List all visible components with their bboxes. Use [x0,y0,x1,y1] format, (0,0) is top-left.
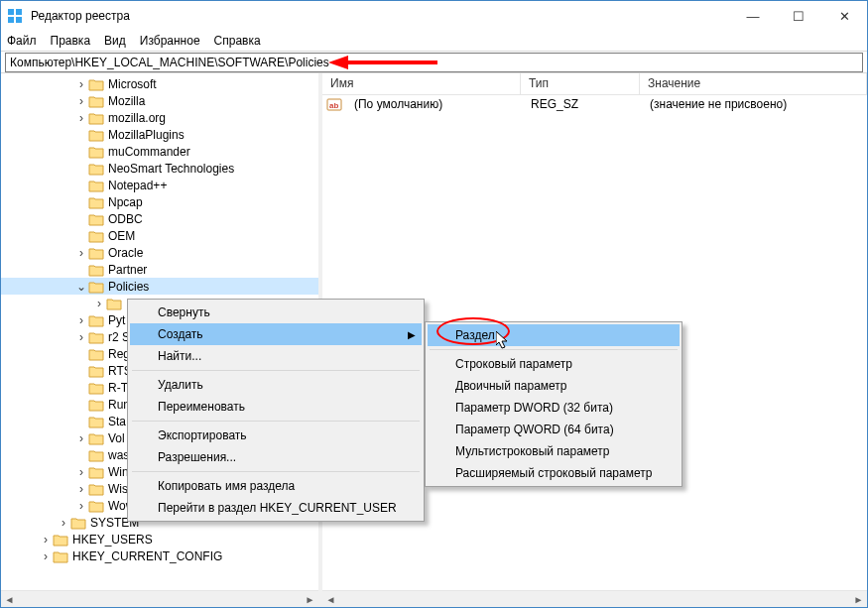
tree-item-label: OEM [108,229,135,243]
tree-item-label: R-T [108,381,128,395]
tree-item[interactable]: ›Oracle [1,244,318,261]
expand-icon[interactable]: › [39,549,53,563]
tree-item-label: Win [108,465,129,479]
svg-rect-3 [16,17,22,23]
close-button[interactable]: ✕ [821,1,867,31]
tree-item[interactable]: Npcap [1,193,318,210]
menu-file[interactable]: Файл [7,34,37,48]
col-name[interactable]: Имя [322,73,521,94]
ctx-copykeyname[interactable]: Копировать имя раздела [130,475,422,497]
ctx-goto-hkcu[interactable]: Перейти в раздел HKEY_CURRENT_USER [130,497,422,519]
svg-text:ab: ab [329,101,338,110]
folder-icon [88,280,104,294]
scroll-left-button[interactable]: ◄ [322,591,339,608]
tree-item-label: ODBC [108,212,143,226]
folder-icon [53,533,68,547]
string-value-icon: ab [326,96,342,112]
col-value[interactable]: Значение [640,73,867,94]
context-submenu-new: Раздел Строковый параметр Двоичный парам… [425,321,682,487]
scroll-right-button[interactable]: ► [850,591,867,608]
tree-item[interactable]: NeoSmart Technologies [1,160,318,177]
tree-item-label: Policies [108,280,149,294]
ctx-new-dword[interactable]: Параметр DWORD (32 бита) [428,397,680,419]
ctx-export[interactable]: Экспортировать [130,425,422,446]
tree-hscroll[interactable]: ◄ ► [1,590,318,607]
tree-item[interactable]: ODBC [1,210,318,227]
folder-icon [88,145,104,159]
menubar: Файл Правка Вид Избранное Справка [1,31,867,51]
list-hscroll[interactable]: ◄ ► [322,590,867,607]
folder-icon [88,431,104,445]
scroll-left-button[interactable]: ◄ [1,591,18,608]
folder-icon [88,415,104,428]
ctx-permissions[interactable]: Разрешения... [130,446,422,468]
expand-icon[interactable]: › [74,499,88,513]
list-row[interactable]: ab (По умолчанию) REG_SZ (значение не пр… [322,95,867,113]
ctx-new-binary[interactable]: Двоичный параметр [428,375,680,397]
expand-icon[interactable]: › [74,330,88,344]
tree-item-label: HKEY_USERS [72,533,153,547]
folder-icon [88,381,104,395]
expand-icon[interactable]: › [74,482,88,496]
expand-icon[interactable]: › [74,111,88,125]
scroll-right-button[interactable]: ► [302,591,318,608]
ctx-collapse[interactable]: Свернуть [130,302,422,323]
expand-icon[interactable]: ⌄ [74,280,88,294]
expand-icon[interactable]: › [57,516,70,530]
expand-icon[interactable]: › [92,297,106,310]
tree-item[interactable]: OEM [1,227,318,244]
cell-value: (значение не присвоено) [642,97,795,111]
col-type[interactable]: Тип [521,73,640,94]
tree-item-label: Wis [108,482,128,496]
ctx-new-expandstring[interactable]: Расширяемый строковый параметр [428,462,680,484]
folder-icon [88,465,104,479]
menu-edit[interactable]: Правка [51,34,91,48]
tree-item[interactable]: MozillaPlugins [1,126,318,143]
tree-item[interactable]: ›HKEY_CURRENT_CONFIG [1,547,318,564]
minimize-button[interactable]: — [730,1,776,31]
cell-type: REG_SZ [523,97,642,111]
ctx-new-key[interactable]: Раздел [428,324,680,346]
cell-name: (По умолчанию) [346,97,523,111]
folder-icon [88,212,104,226]
address-input[interactable] [5,53,863,72]
tree-item[interactable]: Notepad++ [1,177,318,193]
expand-icon[interactable]: › [74,431,88,445]
tree-item-label: Oracle [108,246,143,260]
window-title: Редактор реестра [31,9,730,23]
tree-item-label: Mozilla [108,94,145,108]
ctx-rename[interactable]: Переименовать [130,396,422,418]
folder-icon [88,347,104,361]
tree-item[interactable]: ›mozilla.org [1,109,318,126]
tree-item[interactable]: ›Microsoft [1,75,318,92]
tree-item[interactable]: ›Mozilla [1,92,318,109]
tree-item-label: Vol [108,431,125,445]
folder-icon [88,482,104,496]
ctx-delete[interactable]: Удалить [130,374,422,396]
ctx-find[interactable]: Найти... [130,345,422,367]
folder-icon [88,246,104,260]
ctx-new-string[interactable]: Строковый параметр [428,353,680,375]
folder-icon [88,398,104,412]
maximize-button[interactable]: ☐ [776,1,821,31]
tree-item[interactable]: muCommander [1,143,318,160]
ctx-new[interactable]: Создать▶ [130,323,422,345]
expand-icon[interactable]: › [74,246,88,260]
expand-icon[interactable]: › [39,533,53,547]
separator [132,421,420,422]
expand-icon[interactable]: › [74,465,88,479]
ctx-new-multistring[interactable]: Мультистроковый параметр [428,440,680,462]
expand-icon[interactable]: › [74,94,88,108]
separator [132,471,420,472]
tree-item-label: HKEY_CURRENT_CONFIG [72,549,222,563]
expand-icon[interactable]: › [74,313,88,327]
app-icon [7,8,23,24]
menu-help[interactable]: Справка [214,34,261,48]
menu-favorites[interactable]: Избранное [140,34,200,48]
ctx-new-qword[interactable]: Параметр QWORD (64 бита) [428,419,680,440]
tree-item[interactable]: Partner [1,261,318,278]
expand-icon[interactable]: › [74,77,88,91]
tree-item[interactable]: ⌄Policies [1,278,318,295]
menu-view[interactable]: Вид [104,34,126,48]
tree-item[interactable]: ›HKEY_USERS [1,531,318,547]
